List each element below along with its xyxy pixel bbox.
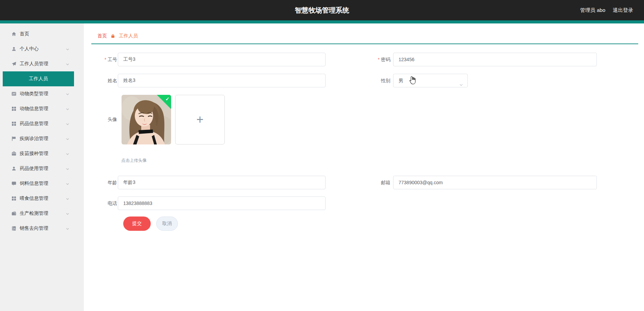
sidebar-subitem-staff-active[interactable]: 工作人员 [3, 71, 74, 86]
sidebar-item-label: 药品信息管理 [20, 121, 48, 127]
chevron-down-icon [66, 107, 70, 111]
breadcrumb-separator-bag-icon [111, 34, 115, 38]
chevron-down-icon [66, 137, 70, 141]
header-actions: 管理员 abo 退出登录 [580, 0, 633, 20]
chevron-down-icon [66, 226, 70, 230]
sidebar-item-label: 喂食信息管理 [20, 195, 48, 202]
cancel-button[interactable]: 取消 [156, 217, 178, 231]
grid-icon [11, 106, 17, 111]
avatar-image[interactable]: ✓ [122, 95, 171, 144]
password-field[interactable] [393, 53, 597, 66]
sidebar-item-feeding-info[interactable]: 喂食信息管理 [0, 191, 84, 206]
sidebar-item-animal-type[interactable]: 动物类型管理 [0, 86, 84, 101]
chevron-down-icon [66, 122, 70, 126]
sidebar: 首页 个人中心 工作人员管理 工作人员 动物类型管理 [0, 23, 84, 311]
plus-icon: + [196, 114, 203, 126]
sidebar-item-vaccination[interactable]: 疫苗接种管理 [0, 146, 84, 161]
breadcrumb: 首页 工作人员 [97, 33, 138, 39]
chevron-down-icon [66, 92, 70, 96]
gender-label: 性别 [356, 74, 390, 87]
breadcrumb-home-link[interactable]: 首页 [97, 33, 107, 39]
suitcase-icon [11, 151, 17, 156]
sidebar-item-personal-center[interactable]: 个人中心 [0, 41, 84, 56]
sidebar-item-label: 首页 [20, 31, 29, 37]
sidebar-item-home[interactable]: 首页 [0, 27, 84, 41]
grid-icon [11, 196, 17, 201]
sidebar-item-label: 饲料信息管理 [20, 180, 48, 187]
sidebar-item-label: 工作人员管理 [20, 61, 48, 67]
employee-id-label: 工号 [83, 53, 117, 66]
name-label: 姓名 [83, 74, 117, 87]
sidebar-item-sales-destination[interactable]: 销售去向管理 [0, 221, 84, 236]
logout-link[interactable]: 退出登录 [613, 7, 633, 14]
chevron-down-icon [66, 62, 70, 66]
age-label: 年龄 [83, 176, 117, 189]
sidebar-item-staff-management[interactable]: 工作人员管理 [0, 56, 84, 71]
app-title: 智慧牧场管理系统 [295, 0, 349, 20]
trend-chart-icon [11, 91, 17, 97]
sidebar-item-medicine-usage[interactable]: 药品使用管理 [0, 161, 84, 176]
app-header: 智慧牧场管理系统 管理员 abo 退出登录 [0, 0, 644, 20]
sidebar-item-medicine-info[interactable]: 药品信息管理 [0, 116, 84, 131]
sidebar-item-label: 疾病诊治管理 [20, 136, 48, 142]
chevron-down-icon [66, 196, 70, 201]
sidebar-item-label: 药品使用管理 [20, 166, 48, 172]
chevron-down-icon [66, 47, 70, 51]
sidebar-item-label: 销售去向管理 [20, 225, 48, 231]
sidebar-item-feed-info[interactable]: 饲料信息管理 [0, 176, 84, 191]
breadcrumb-underline [91, 44, 638, 44]
employee-id-field[interactable] [118, 53, 326, 66]
sidebar-subitem-label: 工作人员 [29, 76, 48, 82]
sidebar-item-label: 动物信息管理 [20, 106, 48, 112]
phone-field[interactable] [118, 196, 326, 210]
name-field[interactable] [118, 74, 326, 87]
password-label: 密码 [356, 53, 390, 66]
header-accent-strip [0, 20, 644, 23]
submit-button[interactable]: 提交 [123, 217, 151, 231]
avatar-upload-button[interactable]: + [175, 95, 225, 144]
admin-user-label: 管理员 abo [580, 7, 605, 14]
gender-select[interactable]: 男 [393, 74, 468, 87]
email-label: 邮箱 [356, 176, 390, 189]
chevron-down-icon [459, 79, 463, 83]
chevron-down-icon [66, 211, 70, 215]
grid-icon [11, 121, 17, 126]
sidebar-item-disease-treatment[interactable]: 疾病诊治管理 [0, 131, 84, 146]
email-field[interactable] [393, 176, 597, 189]
chevron-down-icon [66, 167, 70, 171]
sidebar-item-production-testing[interactable]: 生产检测管理 [0, 206, 84, 221]
notebook-icon [11, 226, 17, 231]
gender-selected-value: 男 [399, 78, 403, 83]
user-solid-icon [11, 166, 17, 171]
chevron-down-icon [66, 182, 70, 186]
chevron-down-icon [66, 152, 70, 156]
sidebar-item-animal-info[interactable]: 动物信息管理 [0, 101, 84, 116]
avatar-upload-hint[interactable]: 点击上传头像 [121, 158, 147, 163]
flag-icon [11, 136, 17, 141]
sidebar-item-label: 疫苗接种管理 [20, 151, 48, 157]
avatar-label: 头像 [83, 113, 117, 126]
phone-label: 电话 [83, 196, 117, 210]
check-icon: ✓ [165, 96, 169, 102]
breadcrumb-current: 工作人员 [119, 33, 138, 39]
age-field[interactable] [118, 176, 326, 189]
sidebar-item-label: 生产检测管理 [20, 210, 48, 217]
finance-icon [11, 211, 17, 216]
user-icon [11, 46, 17, 52]
sidebar-item-label: 动物类型管理 [20, 91, 48, 97]
home-icon [11, 31, 17, 37]
send-icon [11, 61, 17, 67]
sidebar-item-label: 个人中心 [20, 46, 39, 52]
message-icon [11, 181, 17, 186]
